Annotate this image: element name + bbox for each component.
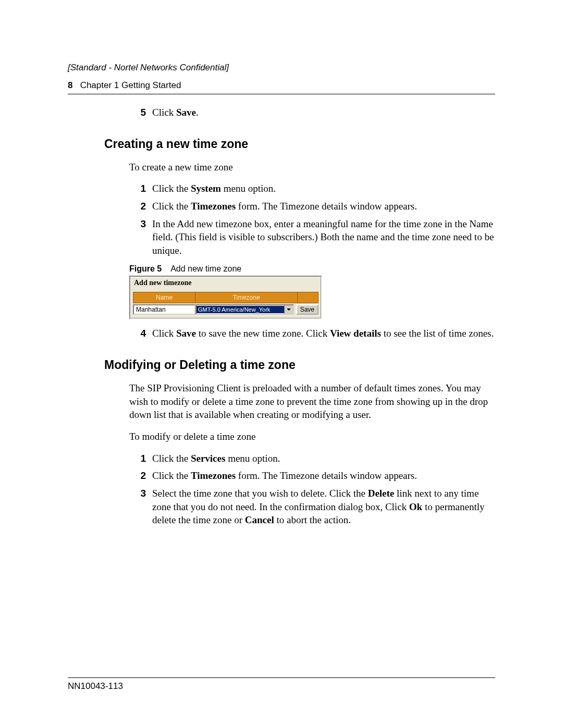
step-text: Click the Services menu option. [152,452,495,465]
step-text: Select the time zone that you wish to de… [152,487,495,527]
footer: NN10043-113 [68,677,495,692]
step-row: 1Click the System menu option. [129,182,495,195]
step-text: Click Save. [152,106,495,119]
step-row: 3In the Add new timezone box, enter a me… [129,217,495,257]
step-number: 3 [129,487,152,527]
classification-banner: [Standard - Nortel Networks Confidential… [68,63,495,73]
chevron-down-icon[interactable] [284,305,293,314]
step-row: 2Click the Timezones form. The Timezone … [129,200,495,213]
step-text: Click the Timezones form. The Timezone d… [152,200,495,213]
document-id: NN10043-113 [68,681,123,691]
step-row: 3Select the time zone that you wish to d… [129,487,495,527]
document-page: [Standard - Nortel Networks Confidential… [0,0,563,728]
intro-text: To modify or delete a time zone [129,430,495,443]
section-heading-modifying: Modifying or Deleting a time zone [104,358,495,372]
intro-text: To create a new time zone [129,161,495,174]
step-number: 5 [129,106,152,119]
page-number: 8 [68,80,72,90]
table-header-row: Name Timezone [133,292,319,303]
step-text: Click the System menu option. [152,182,495,195]
section-b-paragraph: The SIP Provisioning Client is preloaded… [129,381,495,422]
timezone-select[interactable]: GMT-5.0 America/New_York [195,304,294,315]
timezone-select-value: GMT-5.0 America/New_York [197,306,284,313]
panel-title: Add new timezone [131,277,321,289]
section-heading-creating: Creating a new time zone [104,137,495,151]
step-text: Click the Timezones form. The Timezone d… [152,469,495,483]
step-row: 1Click the Services menu option. [129,452,495,465]
figure-caption: Figure 5 Add new time zone [129,264,495,274]
step-number: 3 [129,217,152,257]
step-number: 1 [129,452,152,465]
col-header-name: Name [133,292,195,303]
step-number: 2 [129,469,152,483]
step-number: 2 [129,200,152,213]
step-row: 4Click Save to save the new time zone. C… [129,327,495,340]
step-number: 1 [129,182,152,195]
step-text: Click Save to save the new time zone. Cl… [152,327,495,340]
table-row: GMT-5.0 America/New_York Save [133,304,319,315]
col-header-timezone: Timezone [195,292,298,303]
save-button[interactable]: Save [296,304,319,315]
step-row: 2Click the Timezones form. The Timezone … [129,469,495,483]
step-row: 5 Click Save. [129,106,495,119]
add-timezone-panel: Add new timezone Name Timezone GMT-5.0 A… [129,276,322,319]
running-header: 8 Chapter 1 Getting Started [68,80,495,94]
name-input[interactable] [133,304,195,315]
chapter-label: Chapter 1 Getting Started [80,80,181,90]
step-text: In the Add new timezone box, enter a mea… [152,217,495,257]
col-header-blank [298,292,319,303]
step-number: 4 [129,327,152,340]
